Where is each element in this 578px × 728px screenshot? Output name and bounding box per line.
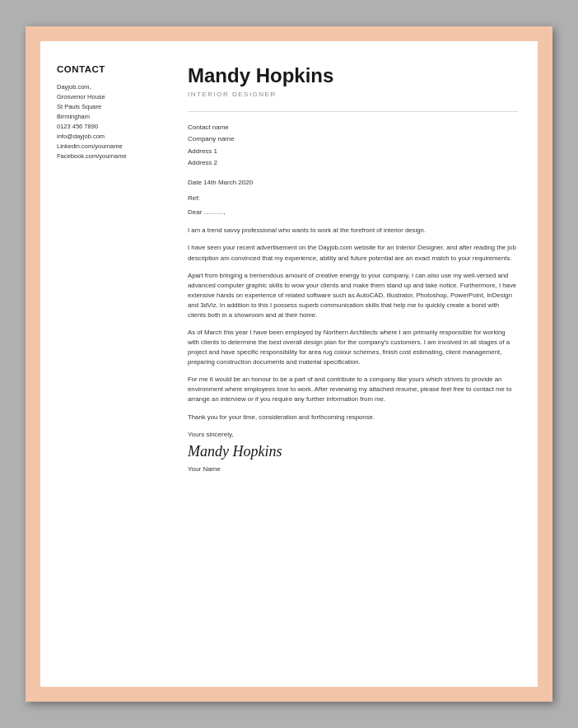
full-name: Mandy Hopkins	[188, 64, 518, 88]
recipient-line-1: Company name	[188, 133, 518, 145]
paragraph-5: Thank you for your time, consideration a…	[188, 413, 518, 422]
main-content: Mandy Hopkins INTERIOR DESIGNER Contact …	[168, 41, 538, 687]
closing-text: Yours sincerely,	[188, 431, 518, 438]
outer-frame: CONTACT Dayjob.com, Grosvenor House St P…	[26, 26, 552, 702]
date-block: Date 14th March 2020	[188, 179, 518, 186]
sidebar-info: Dayjob.com, Grosvenor House St Pauls Squ…	[57, 82, 155, 161]
paragraph-1: I have seen your recent advertisement on…	[188, 243, 518, 263]
dear-text: Dear ………,	[188, 208, 518, 216]
recipient-line-3: Address 2	[188, 157, 518, 169]
signature: Mandy Hopkins	[188, 443, 518, 461]
address-line-7: Facebook.com/yourname	[57, 152, 155, 161]
your-name: Your Name	[188, 465, 518, 473]
address-line-6: Linkedin.com/yourname	[57, 142, 155, 152]
address-line-2: St Pauls Square	[57, 102, 155, 112]
name-title-block: Mandy Hopkins INTERIOR DESIGNER	[188, 64, 518, 98]
address-line-0: Dayjob.com,	[57, 82, 155, 92]
paragraph-0: I am a trend savvy professional who want…	[188, 226, 518, 236]
closing-block: Yours sincerely, Mandy Hopkins Your Name	[188, 431, 518, 474]
recipient-line-2: Address 1	[188, 146, 518, 157]
paragraph-2: Apart from bringing a tremendous amount …	[188, 271, 518, 320]
sidebar: CONTACT Dayjob.com, Grosvenor House St P…	[40, 41, 168, 687]
paragraph-4: For me it would be an honour to be a par…	[188, 375, 518, 404]
contact-label: CONTACT	[57, 64, 155, 74]
paragraph-3: As of March this year I have been employ…	[188, 328, 518, 367]
profession-label: INTERIOR DESIGNER	[188, 91, 518, 98]
recipient-line-0: Contact name	[188, 122, 518, 133]
address-line-5: info@dayjob.com	[57, 132, 155, 142]
address-line-3: Birmingham	[57, 112, 155, 122]
dear-block: Dear ………,	[188, 208, 518, 216]
recipient-block: Contact name Company name Address 1 Addr…	[188, 122, 518, 170]
document: CONTACT Dayjob.com, Grosvenor House St P…	[40, 41, 538, 687]
ref-block: Ref:	[188, 194, 518, 202]
address-line-1: Grosvenor House	[57, 92, 155, 102]
divider	[188, 111, 518, 112]
address-line-4: 0123 456 7890	[57, 122, 155, 132]
date-text: Date 14th March 2020	[188, 179, 518, 186]
ref-text: Ref:	[188, 194, 518, 202]
